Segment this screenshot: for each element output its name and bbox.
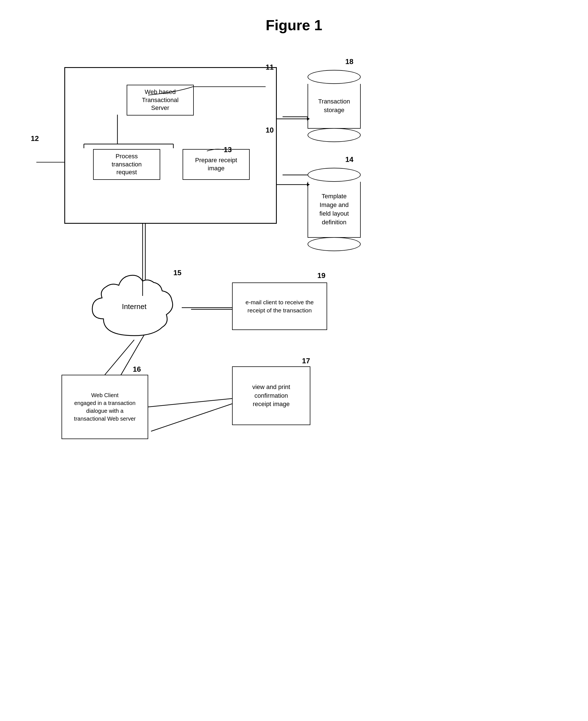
svg-marker-16 [307,117,310,121]
bracket-lines [22,39,553,710]
svg-line-20 [105,340,134,375]
svg-line-22 [148,398,232,407]
diagram: Web based Transactional Server Process t… [22,39,566,704]
page-title: Figure 1 [0,0,588,45]
svg-marker-18 [307,183,310,186]
